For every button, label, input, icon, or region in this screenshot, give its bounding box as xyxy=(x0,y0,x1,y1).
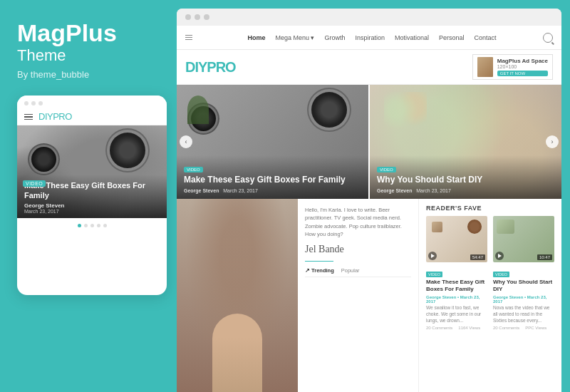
hero-meta-1: George Steven March 23, 2017 xyxy=(184,188,361,193)
fave-stats-1: 20 Comments 1164 Views xyxy=(426,326,487,330)
mobile-card-author: George Steven xyxy=(24,202,160,209)
fave-grid: 54:47 VIDEO Make These Easy Gift Boxes F… xyxy=(426,216,554,330)
mobile-logo: DIYPRO xyxy=(38,111,72,122)
mobile-card-date: March 23, 2017 xyxy=(24,209,160,214)
site-hamburger-icon[interactable] xyxy=(185,35,192,40)
bottom-area: Hello, I'm Karla. I love to write. Beer … xyxy=(177,199,561,392)
ad-text: MagPlus Ad Space 120×100 GET IT NOW xyxy=(497,58,548,76)
item-deco xyxy=(432,222,442,232)
pagination-dot-3[interactable] xyxy=(90,224,94,227)
mobile-video-badge: VIDEO xyxy=(23,180,46,187)
mobile-card-overlay: VIDEO Make These Easy Gift Boxes For Fam… xyxy=(17,175,167,219)
browser-dot-1 xyxy=(185,14,191,20)
popular-tab[interactable]: Popular xyxy=(341,267,360,274)
pagination-dot-4[interactable] xyxy=(97,224,100,227)
pagination-dot-5[interactable] xyxy=(103,224,107,227)
portrait-column xyxy=(177,199,298,392)
nav-link-home[interactable]: Home xyxy=(247,34,265,41)
hero-video-badge-1: VIDEO xyxy=(184,167,203,172)
nav-link-inspiration[interactable]: Inspiration xyxy=(355,34,385,41)
plant-deco xyxy=(187,96,209,124)
fave-video-badge-1: VIDEO xyxy=(426,272,442,277)
hero-meta-2: George Steven March 23, 2017 xyxy=(377,188,554,193)
mobile-hero-image: VIDEO Make These Easy Gift Boxes For Fam… xyxy=(17,125,167,218)
browser-bar xyxy=(177,9,561,26)
hero-lens-1 xyxy=(311,92,347,128)
fave-excerpt-1: We swallow it too fast, we choke. We get… xyxy=(426,304,487,324)
readers-fave-section: Reader's Fave 54:47 xyxy=(419,199,561,392)
slider-arrow-right[interactable]: › xyxy=(546,135,559,148)
fave-comments-2: 20 Comments xyxy=(493,326,519,330)
fave-views-2: PPC Views xyxy=(525,326,546,330)
video-play-icon-2 xyxy=(495,252,504,260)
fave-image-1: 54:47 xyxy=(426,216,487,262)
mobile-mockup: DIYPRO VIDEO Make These Easy Gift Boxes … xyxy=(17,96,167,295)
hero-slide-1: VIDEO Make These Easy Gift Boxes For Fam… xyxy=(177,85,370,199)
fave-views-1: 1164 Views xyxy=(458,326,480,330)
nav-link-motivational[interactable]: Motivational xyxy=(395,34,429,41)
left-panel: MagPlus Theme By theme_bubble DIYPRO VID… xyxy=(0,0,177,392)
nav-link-growth[interactable]: Growth xyxy=(324,34,345,41)
mobile-nav: DIYPRO xyxy=(17,108,167,125)
fave-stats-2: 20 Comments PPC Views xyxy=(493,326,554,330)
trending-tab[interactable]: ↗ Trending xyxy=(305,267,334,274)
site-logo: DIYPRO xyxy=(185,59,236,76)
bio-text: Hello, I'm Karla. I love to write. Beer … xyxy=(305,206,411,238)
nav-link-personal[interactable]: Personal xyxy=(439,34,465,41)
hero-video-badge-2: VIDEO xyxy=(377,167,396,172)
search-icon[interactable] xyxy=(543,33,553,43)
brand-name: MagPlus Theme xyxy=(17,20,117,69)
fave-author-1: George Steven • March 23, 2017 xyxy=(426,295,487,304)
fave-comments-1: 20 Comments xyxy=(426,326,452,330)
mobile-dot-2 xyxy=(31,101,36,105)
hero-slide-2: VIDEO Why You Should Start DIY George St… xyxy=(370,85,561,199)
fave-title-1[interactable]: Make These Easy Gift Boxes For Family xyxy=(426,279,487,294)
fave-excerpt-2: Nova was the video that we all wanted to… xyxy=(493,304,554,324)
hero-title-1: Make These Easy Gift Boxes For Family xyxy=(184,175,361,186)
trending-tabs: ↗ Trending Popular xyxy=(305,267,411,277)
fave-duration-1: 54:47 xyxy=(470,254,485,260)
ad-button[interactable]: GET IT NOW xyxy=(497,71,548,76)
fave-duration-2: 10:47 xyxy=(537,254,552,260)
nav-link-contact[interactable]: Contact xyxy=(475,34,497,41)
fave-author-2: George Steven • March 23, 2017 xyxy=(493,295,554,304)
bio-signature: Jel Bande xyxy=(305,244,411,255)
mobile-pagination xyxy=(17,218,167,232)
browser-dot-2 xyxy=(195,14,200,20)
website-content: Home Mega Menu ▾ Growth Inspiration Moti… xyxy=(177,26,561,392)
fave-card-1: 54:47 VIDEO Make These Easy Gift Boxes F… xyxy=(426,216,487,330)
site-nav: Home Mega Menu ▾ Growth Inspiration Moti… xyxy=(177,26,561,50)
ad-box: MagPlus Ad Space 120×100 GET IT NOW xyxy=(472,54,553,80)
watercolor-deco xyxy=(384,92,427,128)
fave-video-badge-2: VIDEO xyxy=(493,272,509,277)
hero-overlay-1: VIDEO Make These Easy Gift Boxes For Fam… xyxy=(177,155,368,199)
fave-image-2: 10:47 xyxy=(493,216,554,262)
video-play-icon-1 xyxy=(428,252,437,260)
bio-divider xyxy=(305,261,333,262)
fave-title-2[interactable]: Why You Should Start DIY xyxy=(493,279,554,294)
brand-by: By theme_bubble xyxy=(17,69,89,80)
nav-links: Home Mega Menu ▾ Growth Inspiration Moti… xyxy=(201,34,543,41)
readers-fave-title: Reader's Fave xyxy=(426,205,554,212)
site-header: DIYPRO MagPlus Ad Space 120×100 GET IT N… xyxy=(177,50,561,85)
hamburger-icon[interactable] xyxy=(24,114,33,120)
mobile-dot-3 xyxy=(38,101,43,105)
portrait-figure xyxy=(212,314,262,392)
leaf-deco xyxy=(497,220,514,234)
mobile-top-bar xyxy=(17,96,167,108)
pagination-dot-2[interactable] xyxy=(84,224,88,227)
coffee-cup-icon xyxy=(467,220,482,234)
hero-title-2: Why You Should Start DIY xyxy=(377,175,554,186)
slider-arrow-left[interactable]: ‹ xyxy=(180,135,192,148)
hero-overlay-2: VIDEO Why You Should Start DIY George St… xyxy=(370,155,561,199)
nav-link-mega[interactable]: Mega Menu ▾ xyxy=(275,34,314,41)
browser-mockup: Home Mega Menu ▾ Growth Inspiration Moti… xyxy=(177,9,561,392)
hero-slider: ‹ VIDEO Make These Easy Gift Boxes For F… xyxy=(177,85,561,199)
browser-dot-3 xyxy=(204,14,209,20)
ad-image xyxy=(477,57,493,77)
mobile-dot-1 xyxy=(24,101,28,105)
pagination-dot-1[interactable] xyxy=(78,224,81,227)
bio-section: Hello, I'm Karla. I love to write. Beer … xyxy=(298,199,419,392)
fave-card-2: 10:47 VIDEO Why You Should Start DIY Geo… xyxy=(493,216,554,330)
